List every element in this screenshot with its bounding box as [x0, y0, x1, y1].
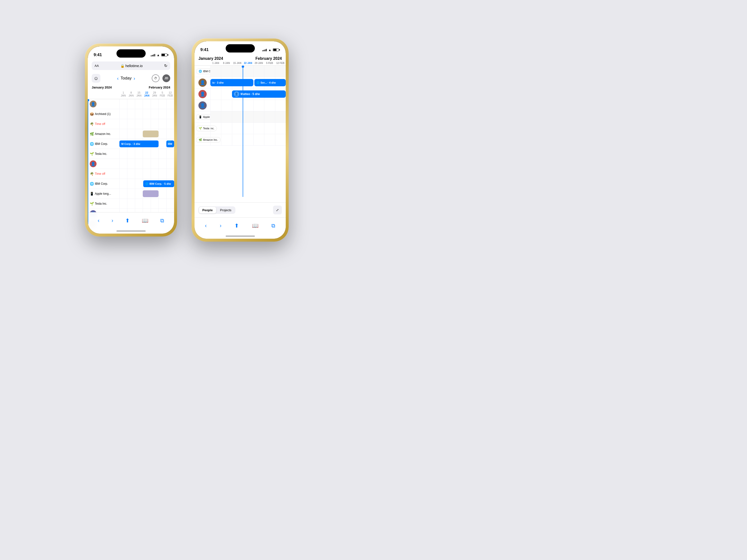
- people-projects-toggle[interactable]: People Projects: [199, 206, 235, 214]
- r-browser-forward-btn[interactable]: ›: [220, 223, 222, 229]
- tesla1-label: Tesla Inc.: [95, 152, 107, 156]
- browser-tabs-btn[interactable]: ⧉: [160, 217, 164, 224]
- date-header-left: 1 JAN 8 JAN 15 JAN 22 JAN 29 JAN 5 FEB 1…: [88, 90, 174, 99]
- row-archived: 📦 Archived (1): [88, 109, 174, 119]
- home-indicator-left: [117, 231, 146, 232]
- header-icons: ⏱ JD: [152, 74, 170, 82]
- tesla2-label: Tesla Inc.: [95, 202, 107, 205]
- url-bar[interactable]: AA 🔒 hellotime.io ↻: [92, 61, 170, 70]
- toggle-people[interactable]: People: [199, 207, 216, 213]
- nav-controls: ‹ Today ›: [117, 76, 135, 81]
- browser-forward-btn[interactable]: ›: [112, 217, 113, 224]
- tesla1-icon: 🌱: [90, 152, 94, 156]
- timeoff1-icon: 🌴: [90, 122, 94, 126]
- battery-icon-right: [273, 48, 280, 51]
- row-apple: 📱 Apple long...: [88, 189, 174, 199]
- left-phone: 9:41 ▲: [85, 44, 177, 237]
- calendar-months-left: January 2024 February 2024: [88, 85, 174, 90]
- r-date-1jan: 1 JAN: [210, 62, 221, 64]
- date-8jan: 8 JAN: [127, 90, 135, 98]
- tesla2-icon: 🌱: [90, 202, 94, 206]
- signal-icon: [151, 53, 155, 56]
- status-icons-left: ▲: [151, 53, 168, 57]
- right-gantt-area: 🌐 IBM Corp.: [195, 65, 286, 197]
- browser-share-btn[interactable]: ⬆: [125, 217, 130, 224]
- apple-label: Apple long...: [95, 192, 111, 195]
- r-browser-share-btn[interactable]: ⬆: [234, 223, 239, 229]
- row-tesla2: 🌱 Tesla Inc.: [88, 199, 174, 209]
- month-right: February 2024: [149, 85, 170, 89]
- url-text: 🔒 hellotime.io: [120, 64, 143, 68]
- dynamic-island-right: [226, 44, 255, 53]
- r-person1-bar-left: io · 3 d/w: [210, 79, 253, 86]
- r-date-12feb: 12 FEB: [275, 62, 286, 64]
- row-cells1: [120, 99, 174, 109]
- r-row-amazon-company: 🌿 Amazon Inc.: [195, 134, 286, 145]
- right-phone: 9:41 ▲: [191, 38, 289, 242]
- row-ibm2: 🌐 IBM Corp. 🌐 IBM Corp.: [88, 179, 174, 189]
- timeoff2-label: Time off: [95, 172, 105, 176]
- r-person1-bar-right: 🌐 Ser... · 4 d/w: [254, 79, 286, 86]
- browser-bookmarks-btn[interactable]: 📖: [142, 217, 148, 224]
- r-date-5feb: 5 FEB: [264, 62, 275, 64]
- ibm2-icon: 🌐: [90, 182, 94, 186]
- ibm2-bar: 🌐 IBM Corp. · 5 d/w: [143, 180, 174, 187]
- prev-arrow[interactable]: ‹: [117, 76, 119, 81]
- date-22jan: 22 JAN: [143, 90, 151, 98]
- gantt-area-left: 👤: [88, 99, 174, 229]
- right-month-left: January 2024: [199, 56, 223, 61]
- timeoff2-icon: 🌴: [90, 172, 94, 176]
- status-time-right: 9:41: [200, 47, 209, 52]
- toggle-projects[interactable]: Projects: [217, 207, 235, 213]
- ibm1-label: IBM Corp.: [95, 142, 108, 145]
- r-row-person1: 👤 io · 3 d/w: [195, 77, 286, 88]
- row-tesla1: 🌱 Tesla Inc.: [88, 149, 174, 159]
- r-row-matteo: 👤 👤 M: [195, 88, 286, 100]
- wifi-icon-right: ▲: [268, 48, 272, 52]
- r-date-29jan: 29 JAN: [253, 62, 264, 64]
- user-avatar[interactable]: JD: [162, 74, 170, 82]
- r-date-8jan: 8 JAN: [221, 62, 232, 64]
- lock-icon: 🔒: [120, 64, 125, 68]
- today-marker-left: [88, 99, 88, 229]
- avatar2-icon: 👤: [90, 160, 97, 167]
- r-browser-bookmarks-btn[interactable]: 📖: [252, 223, 258, 229]
- date-1jan: 1 JAN: [120, 90, 127, 98]
- refresh-icon[interactable]: ↻: [164, 63, 167, 68]
- archived-label: Archived (1): [95, 112, 111, 116]
- today-button[interactable]: Today: [121, 76, 132, 81]
- r-person3-avatar: 👤: [199, 101, 207, 110]
- expand-button[interactable]: ⤢: [273, 206, 282, 214]
- url-aa[interactable]: AA: [95, 64, 99, 68]
- ibm1-bar-right: 🌐 IBM .: [166, 140, 174, 147]
- clock-icon[interactable]: ⏱: [152, 74, 159, 82]
- timeoff1-label: Time off: [95, 122, 105, 126]
- row-avatar1: 👤: [88, 99, 174, 109]
- ibm1-bar: M Corp. · 3 d/w: [120, 140, 158, 147]
- app-header: ☺ ‹ Today › ⏱ JD: [88, 72, 174, 85]
- r-browser-back-btn[interactable]: ‹: [205, 223, 207, 229]
- next-arrow[interactable]: ›: [133, 76, 135, 81]
- apple-icon: 📱: [90, 192, 94, 196]
- browser-back-btn[interactable]: ‹: [98, 217, 100, 224]
- month-left: January 2024: [92, 85, 112, 89]
- date-12feb: 12 FEB: [166, 90, 174, 98]
- r-row-ibm-company: 🌐 IBM Corp.: [195, 65, 286, 77]
- status-icons-right: ▲: [262, 48, 280, 52]
- app-logo: ☺: [92, 74, 100, 83]
- right-date-row: 1 JAN 8 JAN 15 JAN 22 JAN 29 JAN 5 FEB 1…: [195, 62, 286, 65]
- phones-container: 9:41 ▲: [85, 38, 289, 242]
- battery-icon: [161, 53, 168, 56]
- apple-bar: [143, 190, 158, 197]
- avatar1-icon: 👤: [90, 101, 97, 107]
- date-5feb: 5 FEB: [158, 90, 166, 98]
- r-browser-tabs-btn[interactable]: ⧉: [272, 223, 275, 229]
- r-row-person3: 👤: [195, 100, 286, 111]
- r-row-tesla-company: 🌱 Tesla Inc.: [195, 123, 286, 134]
- r-date-22jan: 22 JAN: [243, 62, 253, 64]
- row-timeoff2: 🌴 Time off: [88, 169, 174, 179]
- dynamic-island: [117, 49, 146, 58]
- today-marker-right: [243, 65, 243, 197]
- ibm2-label: IBM Corp.: [95, 182, 108, 185]
- date-15jan: 15 JAN: [135, 90, 143, 98]
